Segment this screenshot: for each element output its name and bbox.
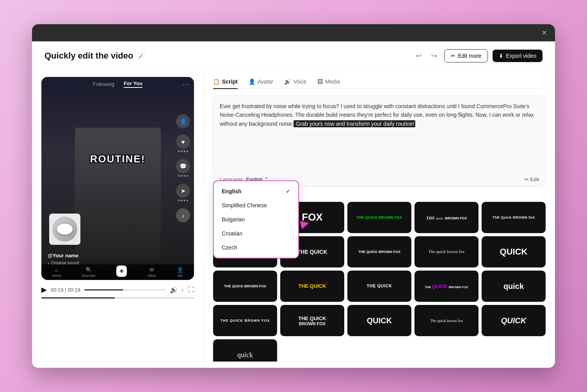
magic-icon: 🪄 bbox=[137, 52, 146, 60]
caption-card-15[interactable]: quick bbox=[482, 271, 546, 302]
home-icon: ⌂ bbox=[55, 267, 58, 273]
caption-card-14[interactable]: THE QUICK BROWN FOX bbox=[414, 271, 478, 302]
tiktok-logo-icon[interactable]: ♪ bbox=[181, 287, 184, 293]
caption-card-4[interactable]: THE quick BROWN FOX bbox=[414, 202, 478, 233]
tab-script[interactable]: 📋 Script bbox=[213, 75, 238, 89]
script-area[interactable]: Ever get frustrated by noise while tryin… bbox=[213, 95, 546, 173]
language-dropdown: English ✓ Simplified Chinese Bulgarian C… bbox=[213, 180, 299, 258]
edit-more-button[interactable]: ✂ Edit more bbox=[444, 49, 488, 62]
undo-button[interactable]: ↩ bbox=[414, 49, 424, 62]
comment-count: ★★★★ bbox=[178, 174, 189, 178]
header-left: Quickly edit the video 🪄 bbox=[44, 51, 146, 61]
caption-card-20[interactable]: QUICK bbox=[482, 305, 546, 336]
header: Quickly edit the video 🪄 ↩ ↪ ✂ Edit more… bbox=[32, 41, 555, 69]
like-count: ★★★★ bbox=[178, 150, 189, 153]
comment-icon[interactable]: 💬 bbox=[176, 159, 190, 173]
profile-icon[interactable]: 👤 bbox=[176, 114, 190, 128]
title-bar: ✕ bbox=[32, 24, 555, 41]
time-display: 00:19 | 00:19 bbox=[51, 287, 80, 293]
right-panel: 📋 Script 👤 Avatar 🔊 Voice 🖼 Media bbox=[204, 69, 555, 368]
check-icon: ✓ bbox=[286, 188, 290, 194]
nav-inbox[interactable]: ✉ Inbox bbox=[148, 267, 156, 278]
share-count: ★★★★ bbox=[178, 199, 189, 202]
person-icon: 👤 bbox=[177, 267, 183, 273]
following-tab[interactable]: Following bbox=[93, 81, 114, 87]
main-window: ✕ Quickly edit the video 🪄 ↩ ↪ ✂ Edit mo… bbox=[32, 24, 555, 368]
dropdown-item-english[interactable]: English ✓ bbox=[214, 184, 298, 198]
product-card bbox=[49, 214, 80, 245]
voice-icon: 🔊 bbox=[284, 78, 291, 85]
dropdown-item-croatian[interactable]: Croatian bbox=[214, 226, 298, 241]
page-title: Quickly edit the video bbox=[44, 51, 133, 61]
main-content: Quickly edit the video 🪄 ↩ ↪ ✂ Edit more… bbox=[32, 41, 555, 368]
tabs: 📋 Script 👤 Avatar 🔊 Voice 🖼 Media bbox=[213, 75, 546, 89]
caption-card-18[interactable]: QUICK bbox=[347, 305, 411, 336]
tab-avatar[interactable]: 👤 Avatar bbox=[249, 75, 273, 89]
nav-home[interactable]: ⌂ Home bbox=[52, 267, 61, 278]
dropdown-item-czech[interactable]: Czech bbox=[214, 241, 298, 255]
seek-bar[interactable] bbox=[41, 297, 194, 299]
export-button[interactable]: ⬇ Export video bbox=[493, 50, 543, 62]
tab-voice[interactable]: 🔊 Voice bbox=[284, 75, 306, 89]
dropdown-item-simplified-chinese[interactable]: Simplified Chinese bbox=[214, 198, 298, 212]
play-button[interactable]: ▶ bbox=[41, 285, 47, 294]
download-icon: ⬇ bbox=[499, 53, 503, 59]
search-icon: 🔍 bbox=[85, 267, 92, 273]
nav-me[interactable]: 👤 Me bbox=[177, 267, 183, 278]
caption-card-5[interactable]: ThE Quick BROWN foX bbox=[482, 202, 546, 233]
video-panel: Following For You ⋯ bbox=[32, 69, 204, 368]
header-right: ↩ ↪ ✂ Edit more ⬇ Export video bbox=[414, 49, 543, 62]
video-controls: ▶ 00:19 | 00:19 🔊 ♪ ⛶ bbox=[41, 285, 194, 299]
caption-card-10[interactable]: QUICK bbox=[482, 236, 546, 267]
dropdown-item-bulgarian[interactable]: Bulgarian bbox=[214, 212, 298, 226]
caption-card-13[interactable]: THE QUICK bbox=[347, 271, 411, 302]
caption-card-8[interactable]: THE QUICK BROWN FOX bbox=[347, 236, 411, 267]
edit-link[interactable]: ✏ Edit bbox=[525, 176, 539, 182]
caption-card-3[interactable]: THE QUICK BROWN FOX bbox=[347, 202, 411, 233]
avatar-icon: 👤 bbox=[249, 78, 255, 85]
like-icon[interactable]: ♥ bbox=[176, 135, 190, 149]
progress-bar[interactable] bbox=[84, 289, 166, 290]
for-you-tab[interactable]: For You bbox=[124, 80, 142, 88]
close-button[interactable]: ✕ bbox=[539, 28, 549, 37]
caption-card-16[interactable]: THE QUICK BROWN FOX bbox=[213, 305, 277, 336]
tiktok-top-bar: Following For You ⋯ bbox=[41, 77, 194, 91]
caption-card-12[interactable]: THE QUICK bbox=[280, 271, 344, 302]
edit-pencil-icon: ✏ bbox=[525, 176, 529, 182]
share-icon[interactable]: ➤ bbox=[176, 184, 190, 198]
controls-row: ▶ 00:19 | 00:19 🔊 ♪ ⛶ bbox=[41, 285, 194, 294]
tiktok-nav: ⌂ Home 🔍 Discover + ✉ Inbox bbox=[41, 264, 194, 280]
inbox-icon: ✉ bbox=[149, 267, 154, 273]
scissors-icon: ✂ bbox=[451, 53, 455, 59]
redo-button[interactable]: ↪ bbox=[429, 49, 439, 62]
caption-card-11[interactable]: THE QUICK BROWN FOX bbox=[213, 271, 277, 302]
tab-media[interactable]: 🖼 Media bbox=[317, 75, 340, 89]
music-disc-icon[interactable]: ♪ bbox=[176, 208, 190, 223]
caption-card-9[interactable]: The quick brown fox bbox=[414, 236, 478, 267]
media-icon: 🖼 bbox=[317, 78, 323, 85]
progress-fill bbox=[84, 289, 123, 290]
right-icons: 👤 ♥ ★★★★ 💬 ★★★★ ➤ ★★★★ bbox=[176, 114, 190, 223]
video-background bbox=[41, 77, 194, 280]
username-label: @Your name bbox=[48, 253, 78, 258]
nav-discover[interactable]: 🔍 Discover bbox=[82, 267, 96, 278]
caption-card-19[interactable]: The quick brown fox bbox=[414, 305, 478, 336]
seek-fill bbox=[41, 297, 115, 299]
routine-text: ROUTINE! bbox=[90, 153, 146, 165]
body: Following For You ⋯ bbox=[32, 69, 555, 368]
caption-card-21[interactable]: quick bbox=[213, 339, 277, 362]
script-icon: 📋 bbox=[213, 78, 220, 85]
volume-icon[interactable]: 🔊 bbox=[170, 286, 178, 294]
nav-create[interactable]: + bbox=[116, 265, 127, 277]
fullscreen-icon[interactable]: ⛶ bbox=[188, 286, 194, 293]
script-highlighted: Grab yours now and transform your daily … bbox=[294, 120, 415, 127]
caption-card-17[interactable]: THE QUICK BROWN FOX bbox=[280, 305, 344, 336]
tiktok-frame: Following For You ⋯ bbox=[41, 77, 194, 280]
